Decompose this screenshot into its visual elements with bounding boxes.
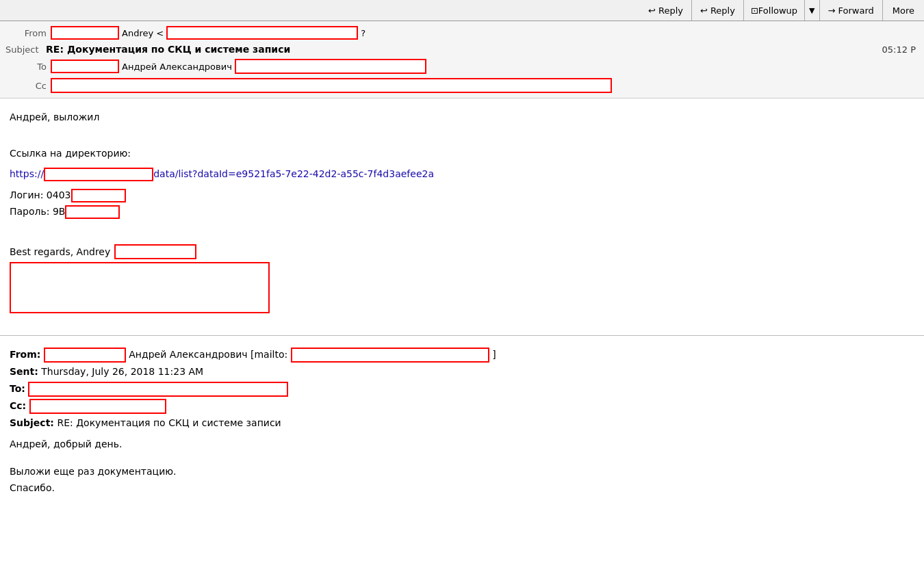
greeting-text: Андрей, выложил — [10, 109, 914, 125]
from-name-text: Andrey < — [122, 28, 164, 38]
quoted-from-redacted — [44, 348, 126, 363]
login-line: Логин: 0403 — [10, 187, 914, 202]
to-label: To — [5, 62, 47, 72]
email-body: Андрей, выложил Ссылка на директорию: ht… — [0, 99, 924, 324]
from-email2-redacted — [166, 26, 358, 40]
link-redacted — [44, 168, 153, 181]
chevron-down-icon: ▼ — [809, 6, 814, 15]
quoted-email: From: Андрей Александрович [mailto: ] Se… — [0, 347, 924, 510]
quoted-sent-label: Sent: — [10, 366, 38, 377]
followup-icon: ⊡ — [751, 5, 758, 16]
reply-all-label: Reply — [710, 5, 735, 16]
to-email-redacted — [51, 60, 119, 73]
link-suffix[interactable]: data/list?dataId=e9521fa5-7e22-42d2-a55c… — [153, 168, 434, 179]
link-line: https://data/list?dataId=e9521fa5-7e22-4… — [10, 166, 914, 181]
forward-button[interactable]: → Forward — [820, 0, 883, 21]
from-label: From — [5, 28, 47, 38]
more-button[interactable]: More — [883, 0, 924, 21]
from-email-redacted — [51, 26, 119, 40]
sig-name-text: Best regards, Andrey — [10, 244, 110, 259]
quoted-cc-redacted — [29, 399, 166, 414]
quoted-from-label: From: — [10, 349, 40, 360]
quoted-to-line: To: — [10, 381, 914, 397]
reply-all-icon: ↩ — [700, 5, 708, 16]
to-row: To Андрей Александрович — [0, 57, 924, 76]
reply-button[interactable]: ↩ Reply — [640, 0, 692, 21]
sig-lastname-redacted — [114, 244, 196, 259]
quoted-from-name: Андрей Александрович [mailto: — [129, 349, 287, 360]
password-redacted — [65, 205, 120, 219]
quoted-cc-line: Cc: — [10, 398, 914, 414]
subject-label-text: Subject — [5, 44, 39, 55]
email-divider — [0, 335, 924, 336]
cc-value — [51, 78, 919, 93]
from-end-text: ? — [361, 28, 365, 38]
quoted-body: Андрей, добрый день. Выложи еще раз доку… — [10, 438, 914, 493]
quoted-subject-value: RE: Документация по СКЦ и системе записи — [57, 417, 281, 428]
reply-label: Reply — [658, 5, 683, 16]
subject-row: Subject RE: Документация по СКЦ и систем… — [0, 42, 924, 57]
toolbar: ↩ Reply ↩ Reply ⊡ Followup ▼ → Forward M… — [0, 0, 924, 21]
sig-name-line: Best regards, Andrey — [10, 244, 914, 259]
to-value: Андрей Александрович — [51, 59, 919, 74]
signature-block: Best regards, Andrey — [10, 244, 914, 313]
sig-image-redacted — [10, 262, 270, 313]
reply-icon: ↩ — [648, 5, 656, 16]
quoted-from-line: From: Андрей Александрович [mailto: ] — [10, 347, 914, 363]
quoted-subject-label: Subject: — [10, 417, 54, 428]
login-redacted — [71, 189, 126, 202]
followup-button-group: ⊡ Followup ▼ — [744, 0, 820, 21]
forward-label: Forward — [838, 5, 873, 16]
cc-row: Cc — [0, 76, 924, 95]
forward-icon: → — [828, 5, 836, 16]
link-label-text: Ссылка на директорию: — [10, 146, 914, 161]
subject-container: Subject RE: Документация по СКЦ и систем… — [5, 44, 290, 55]
followup-main-button[interactable]: ⊡ Followup — [744, 0, 804, 21]
password-line: Пароль: 9В — [10, 204, 914, 219]
quoted-from-end: ] — [492, 349, 496, 360]
more-label: More — [893, 5, 914, 16]
login-prefix: Логин: 0403 — [10, 189, 71, 200]
quoted-to-redacted — [28, 382, 288, 397]
followup-dropdown-button[interactable]: ▼ — [804, 0, 819, 21]
quoted-sent-value: Thursday, July 26, 2018 11:23 AM — [41, 366, 203, 377]
quoted-body-line3: Спасибо. — [10, 482, 914, 493]
quoted-body-line1: Андрей, добрый день. — [10, 438, 914, 449]
reply-all-button[interactable]: ↩ Reply — [692, 0, 744, 21]
quoted-sent-line: Sent: Thursday, July 26, 2018 11:23 AM — [10, 364, 914, 379]
to-email2-redacted — [235, 59, 426, 74]
cc-label: Cc — [5, 81, 47, 91]
quoted-to-label: To: — [10, 383, 25, 394]
quoted-mailto-redacted — [291, 348, 489, 363]
to-name-text: Андрей Александрович — [122, 62, 232, 72]
link-prefix[interactable]: https:// — [10, 168, 44, 179]
email-header: From Andrey < ? Subject RE: Документация… — [0, 21, 924, 99]
cc-redacted — [51, 78, 612, 93]
password-prefix: Пароль: 9В — [10, 206, 65, 217]
quoted-body-line2: Выложи еще раз документацию. — [10, 466, 914, 477]
from-value: Andrey < ? — [51, 26, 919, 40]
subject-text: RE: Документация по СКЦ и системе записи — [46, 44, 290, 55]
followup-label: Followup — [758, 5, 797, 16]
email-time: 05:12 P — [882, 44, 916, 55]
quoted-subject-line: Subject: RE: Документация по СКЦ и систе… — [10, 415, 914, 430]
quoted-cc-label: Cc: — [10, 400, 26, 411]
from-row: From Andrey < ? — [0, 24, 924, 42]
